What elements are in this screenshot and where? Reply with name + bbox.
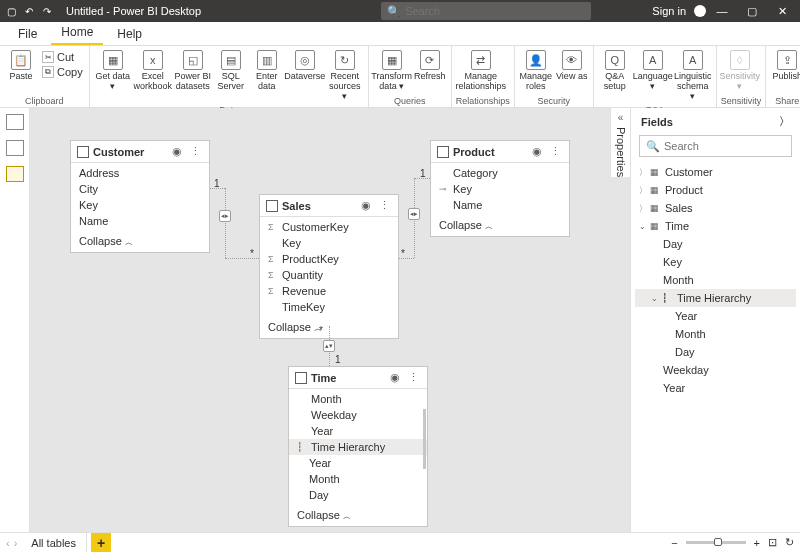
field-revenue[interactable]: ΣRevenue bbox=[260, 283, 398, 299]
reset-zoom-button[interactable]: ↻ bbox=[785, 536, 794, 549]
visibility-icon[interactable]: ◉ bbox=[388, 371, 402, 384]
field-hier-day[interactable]: Day bbox=[289, 487, 427, 503]
visibility-icon[interactable]: ◉ bbox=[170, 145, 184, 158]
field-productkey[interactable]: ΣProductKey bbox=[260, 251, 398, 267]
scrollbar-thumb[interactable] bbox=[423, 409, 426, 469]
get-data-button[interactable]: ▦Get data ▾ bbox=[94, 48, 132, 94]
excel-button[interactable]: xExcel workbook bbox=[134, 48, 172, 94]
dataverse-button[interactable]: ◎Dataverse bbox=[286, 48, 324, 84]
more-icon[interactable]: ⋮ bbox=[377, 199, 392, 212]
tree-time-month[interactable]: Month bbox=[635, 271, 796, 289]
fit-to-page-button[interactable]: ⊡ bbox=[768, 536, 777, 549]
more-icon[interactable]: ⋮ bbox=[548, 145, 563, 158]
view-as-button[interactable]: 👁View as bbox=[555, 48, 589, 84]
collapse-button[interactable]: Collapse ︿ bbox=[431, 215, 569, 236]
tree-customer[interactable]: 〉▦Customer bbox=[635, 163, 796, 181]
field-quantity[interactable]: ΣQuantity bbox=[260, 267, 398, 283]
search-input[interactable] bbox=[405, 5, 585, 17]
field-timekey[interactable]: TimeKey bbox=[260, 299, 398, 315]
tree-hier-year[interactable]: Year bbox=[635, 307, 796, 325]
tab-all-tables[interactable]: All tables bbox=[21, 533, 87, 553]
tree-time-year[interactable]: Year bbox=[635, 379, 796, 397]
entity-time[interactable]: Time◉⋮ Month Weekday Year ┇Time Hierarch… bbox=[288, 366, 428, 527]
filter-direction-icon[interactable]: ◂▸ bbox=[219, 210, 231, 222]
user-avatar-icon[interactable] bbox=[694, 5, 706, 17]
field-name[interactable]: Name bbox=[431, 197, 569, 213]
tree-hier-day[interactable]: Day bbox=[635, 343, 796, 361]
paste-button[interactable]: 📋Paste bbox=[4, 48, 38, 84]
qa-setup-button[interactable]: QQ&A setup bbox=[598, 48, 632, 94]
field-month[interactable]: Month bbox=[289, 391, 427, 407]
field-time-hierarchy[interactable]: ┇Time Hierarchy bbox=[289, 439, 427, 455]
chevron-right-icon[interactable]: 〉 bbox=[779, 114, 790, 129]
recent-sources-button[interactable]: ↻Recent sources ▾ bbox=[326, 48, 364, 104]
language-button[interactable]: ALanguage ▾ bbox=[634, 48, 672, 94]
tab-next-button[interactable]: › bbox=[14, 537, 18, 549]
publish-button[interactable]: ⇪Publish bbox=[770, 48, 800, 84]
field-hier-year[interactable]: Year bbox=[289, 455, 427, 471]
field-city[interactable]: City bbox=[71, 181, 209, 197]
global-search[interactable]: 🔍 bbox=[381, 2, 591, 20]
collapse-button[interactable]: Collapse ︿ bbox=[289, 505, 427, 526]
linguistic-schema-button[interactable]: ALinguistic schema ▾ bbox=[674, 48, 712, 104]
model-canvas[interactable]: Customer◉⋮ Address City Key Name Collaps… bbox=[30, 108, 630, 532]
field-key[interactable]: ⊸Key bbox=[431, 181, 569, 197]
filter-direction-icon[interactable]: ◂▸ bbox=[408, 208, 420, 220]
copy-button[interactable]: ⧉Copy bbox=[40, 65, 85, 79]
field-customerkey[interactable]: ΣCustomerKey bbox=[260, 219, 398, 235]
more-icon[interactable]: ⋮ bbox=[188, 145, 203, 158]
manage-relationships-button[interactable]: ⇄Manage relationships bbox=[456, 48, 506, 94]
tree-hier-month[interactable]: Month bbox=[635, 325, 796, 343]
properties-panel-collapsed[interactable]: « Properties bbox=[610, 108, 630, 177]
more-icon[interactable]: ⋮ bbox=[406, 371, 421, 384]
visibility-icon[interactable]: ◉ bbox=[530, 145, 544, 158]
enter-data-button[interactable]: ▥Enter data bbox=[250, 48, 284, 94]
zoom-in-button[interactable]: + bbox=[754, 537, 760, 549]
tab-prev-button[interactable]: ‹ bbox=[6, 537, 10, 549]
field-weekday[interactable]: Weekday bbox=[289, 407, 427, 423]
pbi-datasets-button[interactable]: ◱Power BI datasets bbox=[174, 48, 212, 94]
field-name[interactable]: Name bbox=[71, 213, 209, 229]
maximize-button[interactable]: ▢ bbox=[738, 0, 766, 22]
transform-data-button[interactable]: ▦Transform data ▾ bbox=[373, 48, 411, 94]
sensitivity-button[interactable]: ◊Sensitivity ▾ bbox=[721, 48, 759, 94]
field-hier-month[interactable]: Month bbox=[289, 471, 427, 487]
report-view-button[interactable] bbox=[6, 114, 24, 130]
manage-roles-button[interactable]: 👤Manage roles bbox=[519, 48, 553, 94]
field-key[interactable]: Key bbox=[71, 197, 209, 213]
fields-search[interactable]: 🔍 bbox=[639, 135, 792, 157]
field-address[interactable]: Address bbox=[71, 165, 209, 181]
undo-icon[interactable]: ↶ bbox=[22, 4, 36, 18]
redo-icon[interactable]: ↷ bbox=[40, 4, 54, 18]
menu-home[interactable]: Home bbox=[51, 21, 103, 45]
collapse-button[interactable]: Collapse ︿ bbox=[71, 231, 209, 252]
filter-direction-icon[interactable]: ▴▾ bbox=[323, 340, 335, 352]
tree-time-key[interactable]: Key bbox=[635, 253, 796, 271]
zoom-out-button[interactable]: − bbox=[671, 537, 677, 549]
menu-file[interactable]: File bbox=[8, 23, 47, 45]
visibility-icon[interactable]: ◉ bbox=[359, 199, 373, 212]
tree-sales[interactable]: 〉▦Sales bbox=[635, 199, 796, 217]
entity-sales[interactable]: Sales◉⋮ ΣCustomerKey Key ΣProductKey ΣQu… bbox=[259, 194, 399, 339]
model-view-button[interactable] bbox=[6, 166, 24, 182]
entity-customer[interactable]: Customer◉⋮ Address City Key Name Collaps… bbox=[70, 140, 210, 253]
entity-product[interactable]: Product◉⋮ Category ⊸Key Name Collapse ︿ bbox=[430, 140, 570, 237]
field-key[interactable]: Key bbox=[260, 235, 398, 251]
fields-search-input[interactable] bbox=[664, 140, 785, 152]
add-tab-button[interactable]: + bbox=[91, 533, 111, 553]
tree-time-hierarchy[interactable]: ⌄┇Time Hierarchy bbox=[635, 289, 796, 307]
sign-in-link[interactable]: Sign in bbox=[652, 5, 686, 17]
menu-help[interactable]: Help bbox=[107, 23, 152, 45]
cut-button[interactable]: ✂Cut bbox=[40, 50, 85, 64]
tree-product[interactable]: 〉▦Product bbox=[635, 181, 796, 199]
sql-server-button[interactable]: ▤SQL Server bbox=[214, 48, 248, 94]
field-year[interactable]: Year bbox=[289, 423, 427, 439]
tree-time[interactable]: ⌄▦Time bbox=[635, 217, 796, 235]
refresh-button[interactable]: ⟳Refresh bbox=[413, 48, 447, 84]
data-view-button[interactable] bbox=[6, 140, 24, 156]
close-button[interactable]: ✕ bbox=[768, 0, 796, 22]
tree-time-weekday[interactable]: Weekday bbox=[635, 361, 796, 379]
tree-time-day[interactable]: Day bbox=[635, 235, 796, 253]
save-icon[interactable]: ▢ bbox=[4, 4, 18, 18]
minimize-button[interactable]: — bbox=[708, 0, 736, 22]
